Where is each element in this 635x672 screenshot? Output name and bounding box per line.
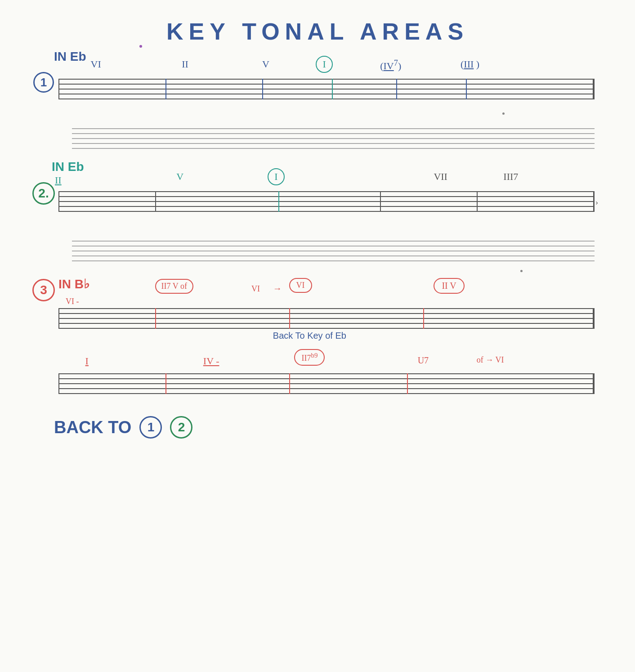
section3-labels: II7 V of VI → VI II V [58,274,595,306]
section1-label-III: (III ) [461,58,479,70]
section1-number: 1 [33,72,54,93]
back-to-text: BACK TO [54,418,131,437]
decoration-dot [139,45,142,48]
blank-staff-1 [72,126,595,148]
section1-label-IV7: (IV7) [380,58,401,72]
section3-number: 3 [32,279,55,301]
section4-label-U7: U7 [418,355,429,366]
barline-1 [165,79,166,99]
section2-label-III7: III7 [503,171,518,183]
section2-label-I-circled: I [268,168,285,185]
section4-label-I: I [85,355,89,367]
section4-back-text: Back To Key of Eb [273,331,346,341]
section-4: Back To Key of Eb I IV - II7b9 U7 of → V… [58,346,595,394]
barline-start [58,79,59,99]
section3-oval-VI: VI [289,278,312,293]
staff-line-1 [58,79,595,80]
section1-label-II: II [182,58,188,70]
section2-label-V: V [176,171,183,183]
section1-label-V: V [262,58,269,70]
section1-staff [58,76,595,99]
section4-label-IV: IV - [203,355,219,367]
staff-line-4 [58,94,595,94]
section3-VI-plain: VI [251,284,260,294]
back-to-num2: 2 [170,416,192,439]
section3-oval-1: II7 V of [155,279,193,294]
section-1: IN Eb 1 VI II V I (IV7) (III ) [27,54,608,99]
section2-number: 2. [32,182,55,205]
barline-2 [262,79,263,99]
section2-labels: V I VII III7 [58,166,595,189]
barline-5 [466,79,467,99]
section2-label-VII: VII [434,171,447,183]
section2-staff: › [58,189,595,211]
back-to-row: BACK TO 1 2 [54,416,608,439]
barline-4 [396,79,397,99]
section3-arrow: → [273,283,282,294]
back-to-num1: 1 [139,416,162,439]
section3-staff [58,306,595,328]
barline-3 [332,79,333,99]
section4-staff [58,371,595,394]
section1-label-I-circled: I [316,56,333,73]
section-3: 3 IN B♭ VI - II7 V of VI → VI II V [27,274,608,328]
section1-label-VI: VI [91,58,101,70]
page-title: KEY TONAL AREAS [27,18,608,45]
section4-oval-II7b9: II7b9 [294,349,325,366]
page: KEY TONAL AREAS IN Eb 1 VI II V I (IV7) … [0,0,635,672]
blank-staff-2 [72,238,595,261]
section-2: IN Eb II 2. V I VII III7 [27,166,608,211]
section4-label-of-VI: of → VI [477,355,504,365]
staff-line-3 [58,89,595,90]
dbl-bar-thick [593,79,595,99]
section1-labels: VI II V I (IV7) (III ) [58,54,595,76]
staff-line-5 [58,99,595,99]
section4-labels: I IV - II7b9 U7 of → VI [58,346,595,371]
staff-line-2 [58,84,595,85]
section3-oval-II-V: II V [434,278,464,294]
